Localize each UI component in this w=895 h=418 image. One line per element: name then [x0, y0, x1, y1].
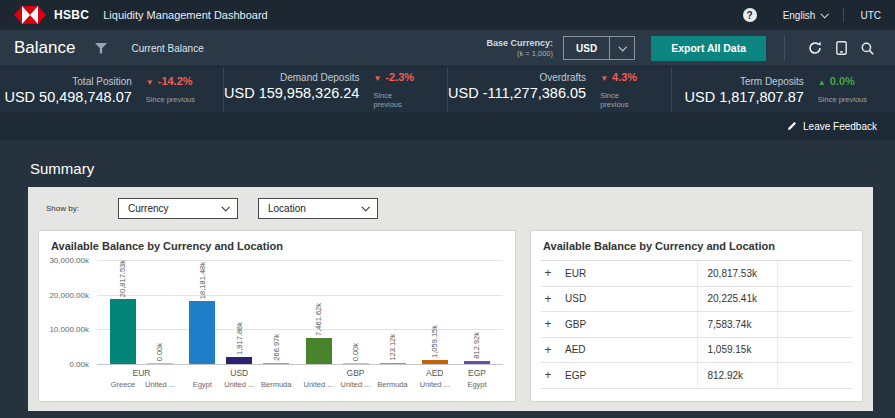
- bar-value-label: 266.97k: [273, 334, 281, 361]
- bookmark-icon[interactable]: [836, 41, 847, 55]
- x-axis-currency-label: USD: [230, 368, 248, 378]
- expand-plus-icon[interactable]: +: [543, 317, 553, 331]
- show-by-location-select[interactable]: Location: [258, 198, 378, 219]
- row-currency-label: AED: [565, 344, 586, 355]
- row-currency-label: EUR: [565, 268, 586, 279]
- x-axis-currency-label: AED: [426, 368, 443, 378]
- bar-eur-united[interactable]: 0.00k: [144, 260, 176, 364]
- bar-gbp-united[interactable]: 7,461.62k: [303, 260, 335, 364]
- summary-title: Summary: [30, 160, 895, 177]
- base-currency-select[interactable]: USD: [563, 36, 635, 60]
- export-all-data-button[interactable]: Export All Data: [651, 36, 766, 61]
- kpi-note: Since previous: [818, 95, 867, 104]
- bar-usd-bermuda[interactable]: 266.97k: [260, 260, 292, 364]
- bar-egp-egypt[interactable]: 812.92k: [461, 260, 493, 364]
- bar-rect: [189, 301, 215, 364]
- bar-value-label: 0.00k: [156, 343, 164, 361]
- bar-value-label: 1,917.86k: [236, 322, 244, 355]
- row-balance-value: 812.92k: [697, 363, 778, 388]
- bar-rect: [380, 363, 406, 365]
- row-empty-cell: [777, 363, 852, 388]
- bar-rect: [422, 360, 448, 364]
- bar-gbp-bermuda[interactable]: 123.12k: [377, 260, 409, 364]
- kpi-value: USD 50,498,748.07: [4, 89, 131, 105]
- expand-plus-icon[interactable]: +: [543, 343, 553, 357]
- kpi-demand-deposits: Demand Deposits ▼-2.3% USD 159,958,326.2…: [223, 67, 447, 112]
- bar-group-egp: 812.92kEGPEgypt: [461, 260, 493, 389]
- base-currency-label: Base Currency: (k = 1,000): [486, 38, 553, 59]
- refresh-icon[interactable]: [808, 41, 822, 55]
- table-row-gbp: +GBP7,583.74k: [541, 312, 852, 338]
- table-row-eur: +EUR20,817.53k: [541, 261, 852, 287]
- chart-groups: 20,817.53k0.00kEURGreeceUnited ...18,181…: [97, 260, 503, 389]
- bar-eur-greece[interactable]: 20,817.53k: [107, 260, 139, 364]
- bar-group-aed: 1,059.15kAEDUnited ...: [419, 260, 451, 389]
- header-divider: [843, 8, 844, 22]
- row-empty-cell: [777, 261, 852, 286]
- expand-plus-icon[interactable]: +: [543, 368, 553, 382]
- x-axis-location-label: Egypt: [186, 380, 218, 389]
- chart-card: Available Balance by Currency and Locati…: [38, 230, 516, 402]
- language-dropdown[interactable]: English: [783, 10, 828, 21]
- bar-rect: [263, 363, 289, 365]
- expand-plus-icon[interactable]: +: [543, 266, 553, 280]
- x-axis-location-labels: EgyptUnited ...Bermuda: [186, 380, 292, 389]
- expand-plus-icon[interactable]: +: [543, 292, 553, 306]
- bar-chart: 30,000.00k20,000.00k10,000.00k0.00k 20,8…: [45, 260, 507, 394]
- bar-value-label: 812.92k: [473, 332, 481, 359]
- filter-button[interactable]: [95, 43, 107, 54]
- x-axis-location-label: United ...: [419, 380, 451, 389]
- triangle-icon: ▼: [146, 78, 154, 87]
- pencil-icon: [787, 121, 797, 131]
- chart-title: Available Balance by Currency and Locati…: [39, 231, 515, 254]
- row-balance-value: 20,225.41k: [697, 287, 778, 312]
- bar-usd-united[interactable]: 1,917.86k: [223, 260, 255, 364]
- table-row-egp: +EGP812.92k: [541, 363, 852, 389]
- row-empty-cell: [777, 312, 852, 337]
- bar-gbp-united[interactable]: 0.00k: [340, 260, 372, 364]
- bar-usd-egypt[interactable]: 18,181.48k: [186, 260, 218, 364]
- search-icon[interactable]: [861, 42, 874, 55]
- view-subtitle: Current Balance: [131, 43, 203, 54]
- kpi-delta: ▼4.3%: [600, 71, 643, 83]
- balance-toolbar: Balance Current Balance Base Currency: (…: [0, 30, 895, 66]
- x-axis-location-label: Egypt: [461, 380, 493, 389]
- kpi-label: Term Deposits: [684, 76, 803, 87]
- kpi-label: Total Position: [4, 76, 131, 87]
- leave-feedback-button[interactable]: Leave Feedback: [787, 121, 877, 132]
- bar-rect: [226, 357, 252, 364]
- kpi-label: Overdrafts: [448, 72, 586, 83]
- row-currency-label: USD: [565, 293, 586, 304]
- bar-aed-united[interactable]: 1,059.15k: [419, 260, 451, 364]
- x-axis-location-label: United ...: [340, 380, 372, 389]
- x-axis-location-labels: GreeceUnited ...: [107, 380, 176, 389]
- bar-rect: [147, 363, 173, 364]
- page-title: Balance: [14, 38, 75, 58]
- kpi-delta: ▲0.0%: [818, 75, 867, 87]
- y-tick-label: 30,000.00k: [49, 256, 89, 265]
- chevron-down-icon: [619, 43, 627, 51]
- summary-panel: Show by: Currency Location Available Bal…: [28, 187, 873, 411]
- balance-table-body: +EUR20,817.53k+USD20,225.41k+GBP7,583.74…: [541, 260, 852, 389]
- kpi-label: Demand Deposits: [224, 72, 359, 83]
- bar-group-gbp: 7,461.62k0.00k123.12kGBPUnited ...United…: [303, 260, 409, 389]
- language-label: English: [783, 10, 816, 21]
- brand-name: HSBC: [54, 8, 89, 22]
- help-icon[interactable]: ?: [743, 8, 757, 22]
- x-axis-location-labels: Egypt: [461, 380, 493, 389]
- row-balance-value: 20,817.53k: [697, 261, 778, 286]
- row-currency-label: GBP: [565, 319, 586, 330]
- triangle-icon: ▼: [373, 74, 381, 83]
- table-card: Available Balance by Currency and Locati…: [530, 230, 863, 402]
- kpi-delta: ▼-14.2%: [146, 75, 195, 87]
- bar-value-label: 18,181.48k: [199, 262, 207, 299]
- kpi-note: Since previous: [146, 95, 195, 104]
- bar-value-label: 20,817.53k: [119, 260, 127, 297]
- show-by-currency-select[interactable]: Currency: [118, 198, 238, 219]
- bar-rect: [464, 361, 490, 364]
- x-axis-location-labels: United ...United ...Bermuda: [303, 380, 409, 389]
- x-axis-currency-label: GBP: [347, 368, 365, 378]
- hsbc-logo-icon: [14, 6, 46, 24]
- leave-feedback-label: Leave Feedback: [803, 121, 877, 132]
- x-axis-currency-label: EGP: [468, 368, 486, 378]
